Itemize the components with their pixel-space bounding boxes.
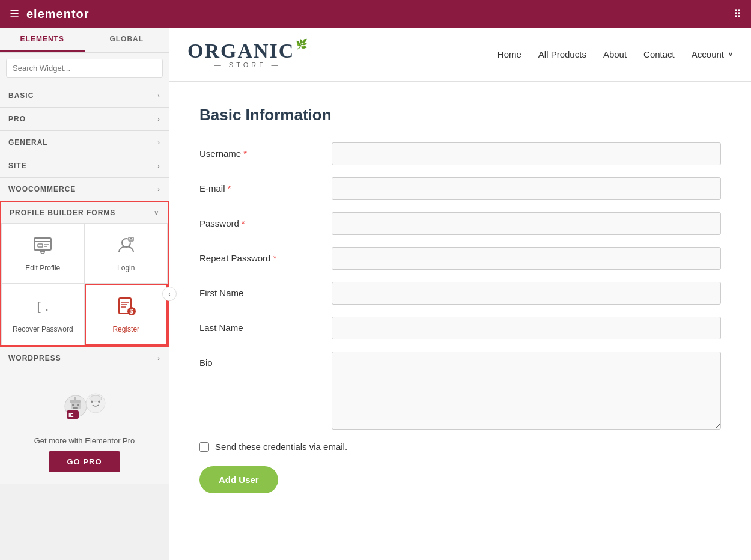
svg-rect-25	[74, 397, 76, 400]
sidebar-section-basic: BASIC ›	[0, 84, 169, 108]
label-last-name: Last Name	[199, 317, 320, 333]
field-row-bio: Bio	[199, 352, 721, 430]
profile-builder-label: PROFILE BUILDER FORMS	[10, 208, 115, 217]
input-last-name[interactable]	[332, 317, 721, 339]
nav-contact[interactable]: Contact	[643, 49, 675, 59]
tab-elements[interactable]: ELEMENTS	[0, 28, 85, 52]
add-user-button[interactable]: Add User	[199, 466, 278, 493]
section-header-basic[interactable]: BASIC ›	[0, 84, 169, 107]
section-label-pro: PRO	[8, 115, 26, 123]
svg-point-31	[90, 395, 102, 401]
sidebar-collapse-button[interactable]: ‹	[162, 287, 177, 301]
profile-builder-header[interactable]: PROFILE BUILDER FORMS ∨	[1, 202, 168, 223]
widget-edit-profile[interactable]: Edit Profile	[1, 223, 85, 284]
section-label-wordpress: WORDPRESS	[8, 354, 61, 362]
nav-account[interactable]: Account ∨	[692, 49, 733, 59]
widget-login[interactable]: Login	[85, 223, 168, 284]
required-star-email: *	[228, 183, 231, 193]
field-row-password: Password*	[199, 212, 721, 235]
chevron-site-icon: ›	[157, 162, 160, 169]
label-username: Username*	[199, 142, 320, 159]
section-label-woocommerce: WOOCOMMERCE	[8, 185, 76, 193]
svg-text:$: $	[129, 308, 133, 315]
widget-register-label: Register	[112, 325, 139, 333]
widget-recover-password-label: Recover Password	[13, 325, 73, 333]
content-area: ORGANIC 🌿 — STORE — Home All Products Ab…	[169, 28, 751, 560]
label-repeat-password: Repeat Password*	[199, 247, 320, 263]
chevron-profile-icon: ∨	[154, 209, 159, 217]
input-username[interactable]	[332, 142, 721, 165]
site-header: ORGANIC 🌿 — STORE — Home All Products Ab…	[169, 28, 751, 82]
input-password[interactable]	[332, 212, 721, 235]
input-bio[interactable]	[332, 352, 721, 430]
sidebar-tabs: ELEMENTS GLOBAL	[0, 28, 169, 53]
widget-edit-profile-label: Edit Profile	[25, 264, 60, 272]
section-header-pro[interactable]: PRO ›	[0, 108, 169, 130]
search-box	[0, 53, 169, 84]
field-row-repeat-password: Repeat Password*	[199, 247, 721, 270]
credentials-checkbox[interactable]	[199, 442, 209, 452]
required-star-password: *	[242, 218, 245, 228]
logo-store-text: — STORE —	[214, 61, 281, 68]
logo-organic-text: ORGANIC	[187, 41, 294, 61]
svg-rect-23	[73, 407, 78, 409]
section-header-general[interactable]: GENERAL ›	[0, 131, 169, 154]
sidebar: ELEMENTS GLOBAL BASIC › PRO ›	[0, 28, 169, 484]
section-header-site[interactable]: SITE ›	[0, 154, 169, 177]
hamburger-icon[interactable]: ☰	[10, 7, 19, 20]
nav-about[interactable]: About	[603, 49, 627, 59]
widget-grid: Edit Profile	[1, 223, 168, 345]
checkbox-row: Send these credentials via email.	[199, 442, 721, 452]
svg-text:IE: IE	[68, 412, 74, 418]
input-email[interactable]	[332, 177, 721, 200]
recover-password-icon: [...]	[32, 296, 53, 320]
svg-text:[...]: [...]	[35, 299, 53, 314]
promo-section: IE Get more with Elementor Pro GO PRO	[0, 370, 169, 484]
widget-recover-password[interactable]: [...] Recover Password	[1, 284, 85, 345]
sidebar-section-pro: PRO ›	[0, 108, 169, 131]
nav-home[interactable]: Home	[497, 49, 521, 59]
search-input[interactable]	[6, 59, 163, 78]
label-email: E-mail*	[199, 177, 320, 193]
svg-point-21	[72, 404, 74, 406]
chevron-pro-icon: ›	[157, 115, 160, 123]
section-label-general: GENERAL	[8, 138, 48, 147]
widget-login-label: Login	[117, 264, 135, 272]
site-logo: ORGANIC 🌿 — STORE —	[187, 41, 308, 68]
field-row-last-name: Last Name	[199, 317, 721, 339]
site-nav: Home All Products About Contact Account …	[497, 49, 733, 59]
tab-global[interactable]: GLOBAL	[85, 28, 169, 52]
top-bar: ☰ elementor ⠿	[0, 0, 751, 28]
page-content: Basic Information Username* E-mail* Pass…	[169, 82, 751, 560]
field-row-username: Username*	[199, 142, 721, 165]
chevron-wordpress-icon: ›	[157, 355, 160, 362]
promo-text: Get more with Elementor Pro	[34, 436, 135, 445]
field-row-email: E-mail*	[199, 177, 721, 200]
promo-illustration: IE	[55, 382, 115, 430]
widget-register[interactable]: $ Register	[85, 284, 168, 345]
form-title: Basic Information	[199, 106, 721, 124]
label-first-name: First Name	[199, 282, 320, 298]
label-password: Password*	[199, 212, 320, 228]
section-header-woocommerce[interactable]: WOOCOMMERCE ›	[0, 178, 169, 201]
chevron-general-icon: ›	[157, 139, 160, 146]
svg-point-22	[77, 404, 79, 406]
required-star-username: *	[243, 148, 247, 159]
nav-all-products[interactable]: All Products	[538, 49, 586, 59]
top-bar-left: ☰ elementor	[10, 7, 90, 21]
input-first-name[interactable]	[332, 282, 721, 305]
sidebar-section-woocommerce: WOOCOMMERCE ›	[0, 178, 169, 201]
section-label-basic: BASIC	[8, 91, 34, 100]
login-icon	[115, 234, 137, 259]
nav-account-chevron-icon: ∨	[728, 50, 733, 58]
go-pro-button[interactable]: GO PRO	[49, 451, 120, 472]
nav-account-label: Account	[692, 49, 724, 59]
grid-icon[interactable]: ⠿	[734, 7, 741, 20]
sidebar-section-wordpress: WORDPRESS ›	[0, 347, 169, 370]
required-star-repeat-password: *	[273, 253, 276, 263]
input-repeat-password[interactable]	[332, 247, 721, 270]
logo-leaf-icon: 🌿	[296, 38, 308, 50]
section-label-site: SITE	[8, 162, 27, 170]
chevron-basic-icon: ›	[157, 92, 160, 99]
section-header-wordpress[interactable]: WORDPRESS ›	[0, 347, 169, 370]
